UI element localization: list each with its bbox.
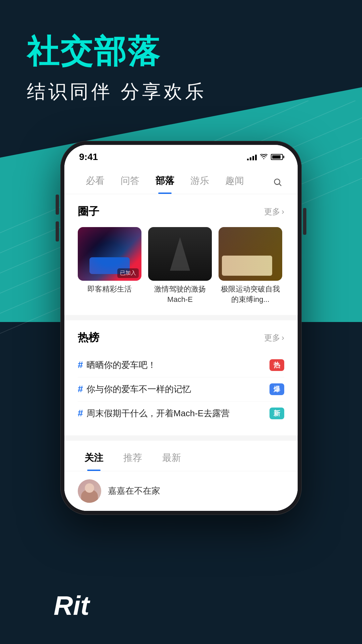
status-bar: 9:41 xyxy=(64,145,298,165)
hash-icon-3: # xyxy=(78,408,83,419)
battery-fill xyxy=(272,155,281,159)
rit-logo-text: Rit xyxy=(54,591,89,621)
signal-bar-3 xyxy=(252,156,254,160)
hash-icon-1: # xyxy=(78,360,83,370)
hot-more-button[interactable]: 更多 › xyxy=(264,332,284,343)
power-button xyxy=(303,208,306,235)
joined-badge: 已加入 xyxy=(117,268,139,278)
phone-screen: 9:41 xyxy=(64,145,298,511)
signal-bar-1 xyxy=(247,159,249,160)
circle-item-1[interactable]: 已加入 即客精彩生活 xyxy=(78,227,141,305)
hot-title: 热榜 xyxy=(78,330,99,345)
hot-text-2: 你与你的爱车不一样的记忆 xyxy=(86,383,265,395)
volume-down-button xyxy=(56,221,59,241)
circle-img-2 xyxy=(148,227,212,281)
circle-item-3[interactable]: 极限运动突破自我的束缚ing... xyxy=(219,227,282,305)
circle-img-1: 已加入 xyxy=(78,227,141,281)
wifi-icon xyxy=(260,153,267,161)
rit-logo-area: Rit xyxy=(54,590,89,621)
hot-badge-1: 热 xyxy=(269,359,284,371)
tab-wenda[interactable]: 问答 xyxy=(113,170,147,194)
circles-list: 已加入 即客精彩生活 激情驾驶的激扬Mach-E 极限运动突破自我的束 xyxy=(78,227,284,305)
hero-subtitle: 结识同伴 分享欢乐 xyxy=(27,79,206,105)
circles-title: 圈子 xyxy=(78,204,99,219)
hot-item-2[interactable]: # 你与你的爱车不一样的记忆 爆 xyxy=(78,377,284,401)
tab-qunwen[interactable]: 趣闻 xyxy=(217,170,252,194)
sub-tab-recommend[interactable]: 推荐 xyxy=(117,449,149,471)
post-preview[interactable]: 嘉嘉在不在家 xyxy=(64,471,298,511)
sub-tab-latest[interactable]: 最新 xyxy=(156,449,188,471)
post-username: 嘉嘉在不在家 xyxy=(108,485,160,497)
signal-icon xyxy=(247,154,257,160)
status-icons xyxy=(247,153,283,161)
hero-section: 社交部落 结识同伴 分享欢乐 xyxy=(27,34,206,105)
circles-section: 圈子 更多 › 已加入 即客精彩生活 xyxy=(64,194,298,315)
status-time: 9:41 xyxy=(79,152,98,162)
signal-bar-4 xyxy=(255,155,257,160)
hot-badge-3: 新 xyxy=(269,408,284,419)
svg-point-6 xyxy=(275,179,280,184)
hot-text-3: 周末假期干什么，开着Mach-E去露营 xyxy=(86,408,265,419)
hot-badge-2: 爆 xyxy=(269,383,284,395)
tab-youle[interactable]: 游乐 xyxy=(182,170,217,194)
circle-name-1: 即客精彩生活 xyxy=(78,284,141,294)
content-area: 圈子 更多 › 已加入 即客精彩生活 xyxy=(64,194,298,511)
hot-item-1[interactable]: # 晒晒你的爱车吧！ 热 xyxy=(78,353,284,377)
circle-item-2[interactable]: 激情驾驶的激扬Mach-E xyxy=(148,227,212,305)
signal-bar-2 xyxy=(250,157,251,160)
svg-line-7 xyxy=(279,184,281,185)
hot-header: 热榜 更多 › xyxy=(78,330,284,345)
tab-bikan[interactable]: 必看 xyxy=(78,170,113,194)
battery-icon xyxy=(271,154,283,160)
hot-section: 热榜 更多 › # 晒晒你的爱车吧！ 热 # 你与你的爱车不一样的记忆 xyxy=(64,320,298,435)
circle-name-2: 激情驾驶的激扬Mach-E xyxy=(148,284,212,305)
circle-name-3: 极限运动突破自我的束缚ing... xyxy=(219,284,282,305)
feed-sub-tabs: 关注 推荐 最新 xyxy=(64,441,298,471)
hot-item-3[interactable]: # 周末假期干什么，开着Mach-E去露营 新 xyxy=(78,401,284,425)
volume-up-button xyxy=(56,195,59,215)
sub-tab-follow[interactable]: 关注 xyxy=(78,449,110,471)
hot-text-1: 晒晒你的爱车吧！ xyxy=(86,359,265,371)
hero-title: 社交部落 xyxy=(27,34,206,69)
hash-icon-2: # xyxy=(78,384,83,394)
search-button[interactable] xyxy=(271,175,284,189)
user-avatar xyxy=(78,479,101,503)
circles-more-button[interactable]: 更多 › xyxy=(264,206,284,217)
nav-tabs: 必看 问答 部落 游乐 趣闻 xyxy=(64,165,298,194)
circle-img-3 xyxy=(219,227,282,281)
phone-mockup: 9:41 xyxy=(60,141,302,515)
tab-buluo[interactable]: 部落 xyxy=(147,170,182,194)
phone-outer-frame: 9:41 xyxy=(60,141,302,515)
circles-header: 圈子 更多 › xyxy=(78,204,284,219)
